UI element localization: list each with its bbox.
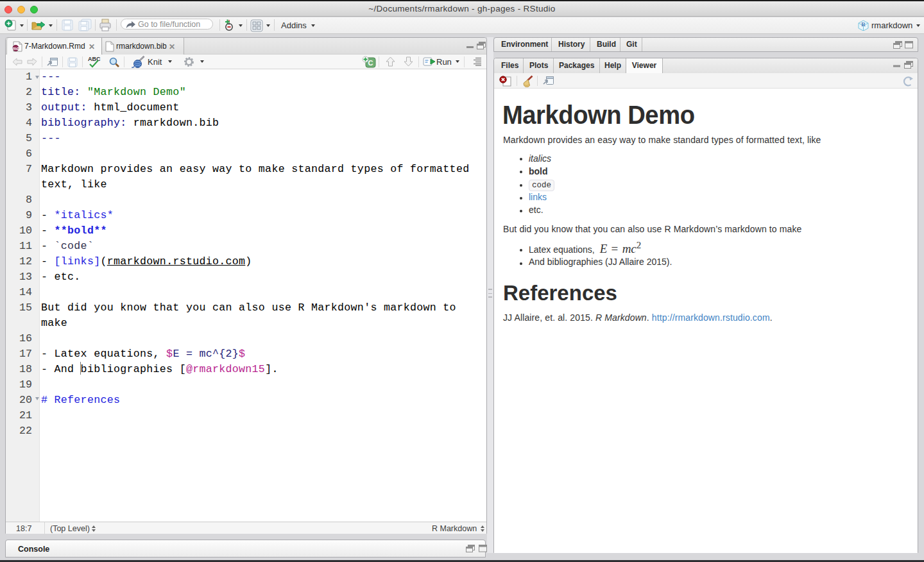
svg-text:R: R	[861, 21, 866, 28]
svg-text:C: C	[368, 59, 373, 67]
svg-text:md: md	[12, 46, 19, 51]
